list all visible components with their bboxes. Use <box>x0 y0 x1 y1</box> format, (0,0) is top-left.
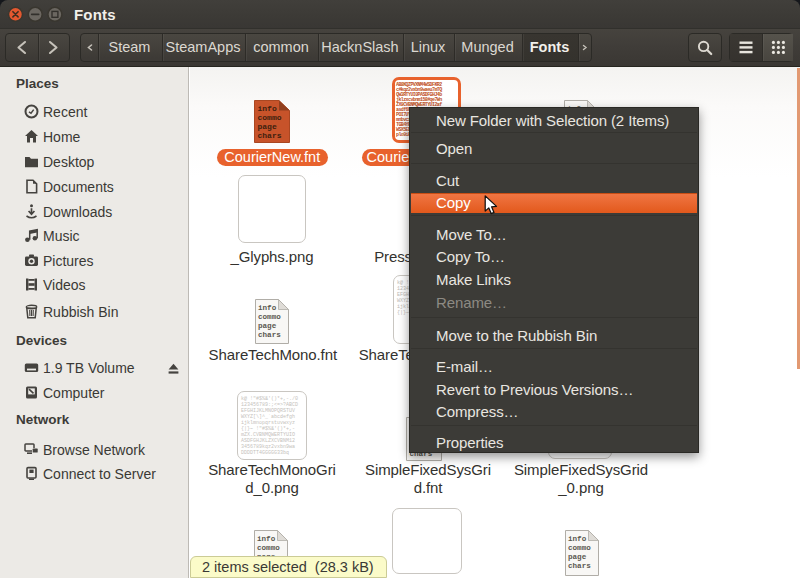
svg-text:commo: commo <box>258 313 281 321</box>
svg-text:chars: chars <box>258 131 282 140</box>
svg-text:DDDDTT4GGGGG33bq: DDDDTT4GGGGG33bq <box>241 450 289 456</box>
svg-text:commo: commo <box>258 113 282 122</box>
svg-text:page: page <box>568 553 587 561</box>
svg-text:chars: chars <box>568 562 591 570</box>
svg-text:info: info <box>258 104 277 113</box>
svg-text:commo: commo <box>257 544 280 552</box>
svg-text:commo: commo <box>568 544 591 552</box>
svg-text:info: info <box>568 535 587 543</box>
svg-text:chars: chars <box>258 331 281 339</box>
svg-text:info: info <box>257 535 276 543</box>
svg-text:info: info <box>258 304 277 312</box>
svg-text:page: page <box>258 322 277 330</box>
svg-text:page: page <box>258 122 277 131</box>
